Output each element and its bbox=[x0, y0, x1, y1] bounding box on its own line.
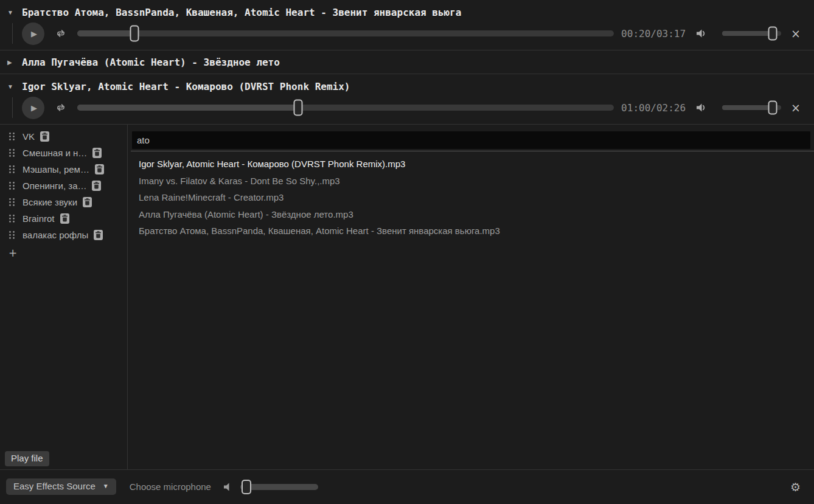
drag-handle-icon[interactable] bbox=[9, 198, 15, 207]
drag-handle-icon[interactable] bbox=[9, 165, 15, 174]
play-icon: ▶ bbox=[29, 29, 37, 38]
expander-closed-icon[interactable]: ▶ bbox=[7, 59, 22, 66]
player-title: Братство Атома, BassnPanda, Квашеная, At… bbox=[22, 7, 461, 18]
volume-button[interactable] bbox=[695, 102, 709, 113]
drag-handle-icon[interactable] bbox=[9, 181, 15, 190]
playlist-label: VK bbox=[23, 131, 35, 142]
sidebar-playlist-item[interactable]: Мэшапы, рем… bbox=[0, 161, 127, 178]
search-input[interactable] bbox=[132, 131, 810, 149]
seek-thumb[interactable] bbox=[293, 100, 302, 116]
file-list-item[interactable]: Алла Пугачёва (Atomic Heart) - Звёздное … bbox=[139, 206, 814, 223]
audio-source-select[interactable]: Easy Effects Source ▼ bbox=[6, 478, 116, 495]
trash-icon bbox=[92, 148, 102, 158]
trash-icon bbox=[60, 213, 69, 224]
player-block: ▼ Братство Атома, BassnPanda, Квашеная, … bbox=[0, 0, 814, 50]
player-block: ▼ Igor Sklyar, Atomic Heart - Комарово (… bbox=[0, 74, 814, 125]
delete-playlist-button[interactable] bbox=[92, 181, 101, 191]
file-name: Lena Raine!Minecraft - Creator.mp3 bbox=[139, 192, 284, 202]
seek-track bbox=[77, 30, 614, 36]
speaker-icon bbox=[695, 102, 709, 113]
file-list-item[interactable]: Lena Raine!Minecraft - Creator.mp3 bbox=[139, 189, 814, 206]
player-controls: ▶ 00:20/03:17 bbox=[0, 22, 814, 46]
playlist-label: Смешная и н… bbox=[23, 148, 87, 158]
delete-playlist-button[interactable] bbox=[95, 164, 104, 174]
file-list-item[interactable]: Братство Атома, BassnPanda, Квашеная, At… bbox=[139, 223, 814, 240]
volume-slider[interactable] bbox=[722, 26, 781, 41]
play-button[interactable]: ▶ bbox=[22, 22, 44, 45]
gear-icon: ⚙ bbox=[790, 480, 801, 494]
playlist-label: Опенинги, за… bbox=[23, 181, 86, 191]
time-display: 00:20/03:17 bbox=[621, 28, 686, 40]
delete-playlist-button[interactable] bbox=[94, 230, 103, 240]
player-block: ▶ Алла Пугачёва (Atomic Heart) - Звёздно… bbox=[0, 50, 814, 74]
time-display: 01:00/02:26 bbox=[621, 102, 686, 114]
player-header: ▼ Братство Атома, BassnPanda, Квашеная, … bbox=[0, 4, 814, 21]
expander-open-icon[interactable]: ▼ bbox=[7, 83, 22, 90]
drag-handle-icon[interactable] bbox=[9, 132, 15, 141]
sidebar-playlist-item[interactable]: VK bbox=[0, 128, 127, 145]
player-title: Алла Пугачёва (Atomic Heart) - Звёздное … bbox=[22, 57, 280, 68]
sidebar-playlist-item[interactable]: валакас рофлы bbox=[0, 227, 127, 243]
file-list: Igor Sklyar, Atomic Heart - Комарово (DV… bbox=[128, 151, 814, 240]
mic-mute-button[interactable] bbox=[222, 482, 232, 492]
expander-open-icon[interactable]: ▼ bbox=[7, 9, 22, 16]
volume-fill bbox=[722, 105, 772, 110]
trash-icon bbox=[40, 131, 49, 142]
sidebar-playlist-item[interactable]: Всякие звуки bbox=[0, 194, 127, 210]
mic-volume-slider[interactable] bbox=[240, 479, 318, 495]
playlist-label: Brainrot bbox=[23, 213, 55, 224]
file-list-item[interactable]: Igor Sklyar, Atomic Heart - Комарово (DV… bbox=[139, 156, 814, 173]
sidebar-playlist-item[interactable]: Brainrot bbox=[0, 210, 127, 227]
settings-gear-button[interactable]: ⚙ bbox=[790, 480, 801, 494]
play-file-button[interactable]: Play file bbox=[5, 451, 49, 466]
delete-playlist-button[interactable] bbox=[40, 131, 49, 142]
repeat-icon bbox=[55, 29, 66, 38]
repeat-button[interactable] bbox=[55, 29, 66, 38]
volume-button[interactable] bbox=[695, 28, 709, 39]
player-header: ▼ Igor Sklyar, Atomic Heart - Комарово (… bbox=[0, 78, 814, 95]
trash-icon bbox=[94, 230, 103, 240]
play-button[interactable]: ▶ bbox=[22, 97, 44, 119]
seek-slider[interactable] bbox=[77, 99, 614, 116]
player-header: ▶ Алла Пугачёва (Atomic Heart) - Звёздно… bbox=[0, 50, 814, 74]
close-player-button[interactable]: × bbox=[790, 102, 802, 114]
playlist-label: валакас рофлы bbox=[23, 230, 88, 240]
drag-handle-icon[interactable] bbox=[9, 214, 15, 223]
play-icon: ▶ bbox=[29, 103, 37, 112]
player-title: Igor Sklyar, Atomic Heart - Комарово (DV… bbox=[22, 81, 350, 92]
file-name: Братство Атома, BassnPanda, Квашеная, At… bbox=[139, 226, 500, 236]
sidebar-playlist-item[interactable]: Опенинги, за… bbox=[0, 178, 127, 194]
volume-thumb[interactable] bbox=[768, 101, 777, 115]
drag-handle-icon[interactable] bbox=[9, 148, 15, 157]
trash-icon bbox=[95, 164, 104, 174]
file-name: Imany vs. Filatov & Karas - Dont Be So S… bbox=[139, 176, 340, 186]
file-list-item[interactable]: Imany vs. Filatov & Karas - Dont Be So S… bbox=[139, 173, 814, 190]
delete-playlist-button[interactable] bbox=[60, 213, 69, 224]
choose-microphone-label: Choose microphone bbox=[130, 482, 211, 492]
mic-volume-track bbox=[240, 484, 318, 490]
file-name: Igor Sklyar, Atomic Heart - Комарово (DV… bbox=[139, 159, 405, 169]
add-playlist-button[interactable]: + bbox=[9, 247, 17, 259]
delete-playlist-button[interactable] bbox=[92, 148, 102, 158]
player-controls: ▶ 01:00/02:26 bbox=[0, 96, 814, 120]
indent-line bbox=[12, 23, 13, 44]
file-name: Алла Пугачёва (Atomic Heart) - Звёздное … bbox=[139, 209, 353, 219]
trash-icon bbox=[83, 197, 92, 207]
volume-slider[interactable] bbox=[722, 100, 781, 115]
mic-volume-thumb[interactable] bbox=[242, 480, 251, 494]
sidebar-playlist-item[interactable]: Смешная и н… bbox=[0, 145, 127, 161]
chevron-down-icon: ▼ bbox=[103, 483, 109, 489]
volume-fill bbox=[722, 31, 772, 36]
trash-icon bbox=[92, 181, 101, 191]
delete-playlist-button[interactable] bbox=[83, 197, 92, 207]
close-player-button[interactable]: × bbox=[790, 28, 802, 40]
playlist-label: Мэшапы, рем… bbox=[23, 164, 89, 174]
seek-slider[interactable] bbox=[77, 25, 614, 42]
seek-thumb[interactable] bbox=[130, 26, 139, 42]
speaker-muted-icon bbox=[222, 482, 232, 492]
seek-fill bbox=[77, 105, 298, 111]
volume-thumb[interactable] bbox=[768, 27, 777, 41]
drag-handle-icon[interactable] bbox=[9, 230, 15, 240]
repeat-button[interactable] bbox=[55, 103, 66, 112]
repeat-icon bbox=[55, 103, 66, 112]
